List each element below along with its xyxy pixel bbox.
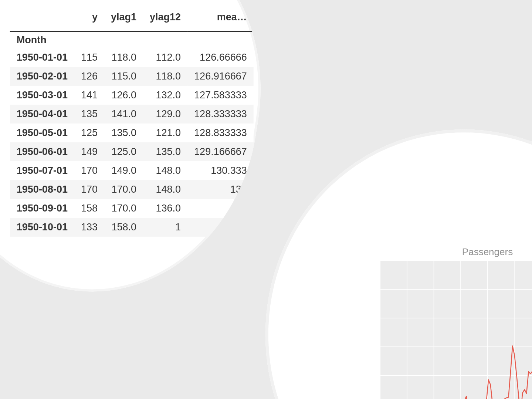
cell-y: 158 — [74, 199, 104, 218]
table-row: 1950-10-01133158.01 — [10, 218, 254, 237]
table-row: 1950-05-01125135.0121.0128.833333 — [10, 124, 254, 142]
table-row: 1950-09-01158170.0136.0 — [10, 199, 254, 218]
cell-mean — [187, 199, 254, 218]
table-row: 1950-07-01170149.0148.0130.333 — [10, 161, 254, 180]
cell-y: 149 — [74, 142, 104, 161]
row-index: 1950-09-01 — [10, 199, 74, 218]
row-index: 1950-10-01 — [10, 218, 74, 237]
table-row: 1950-01-01115118.0112.0126.66666 — [10, 48, 254, 67]
cell-ylag1: 135.0 — [104, 124, 143, 142]
row-index: 1950-04-01 — [10, 105, 74, 124]
chart-plot-area — [380, 261, 532, 399]
cell-ylag1: 125.0 — [104, 142, 143, 161]
cell-y: 135 — [74, 105, 104, 124]
cell-ylag12: 129.0 — [143, 105, 187, 124]
cell-ylag1: 170.0 — [104, 199, 143, 218]
cell-y: 126 — [74, 67, 104, 86]
cell-ylag12: 112.0 — [143, 48, 187, 67]
row-index: 1950-08-01 — [10, 180, 74, 199]
col-ylag12: ylag12 — [143, 9, 187, 32]
cell-y: 170 — [74, 161, 104, 180]
cell-y: 141 — [74, 86, 104, 105]
cell-mean: 129.166667 — [187, 142, 254, 161]
cell-y: 170 — [74, 180, 104, 199]
table-row: 1950-06-01149125.0135.0129.166667 — [10, 142, 254, 161]
table-row: 1950-04-01135141.0129.0128.333333 — [10, 105, 254, 124]
cell-ylag12: 136.0 — [143, 199, 187, 218]
cell-ylag1: 149.0 — [104, 161, 143, 180]
cell-ylag1: 141.0 — [104, 105, 143, 124]
table-row: 1950-03-01141126.0132.0127.583333 — [10, 86, 254, 105]
cell-mean: 128.833333 — [187, 124, 254, 142]
table-bubble: y ylag1 ylag12 mea… Month 1950-01-011151… — [0, 0, 286, 315]
cell-y: 125 — [74, 124, 104, 142]
data-table: y ylag1 ylag12 mea… Month 1950-01-011151… — [10, 9, 254, 237]
table-row: 1950-08-01170170.0148.0132 — [10, 180, 254, 199]
row-index: 1950-03-01 — [10, 86, 74, 105]
cell-ylag1: 170.0 — [104, 180, 143, 199]
cell-ylag12: 135.0 — [143, 142, 187, 161]
cell-mean: 126.66666 — [187, 48, 254, 67]
row-index: 1950-05-01 — [10, 124, 74, 142]
row-index: 1950-06-01 — [10, 142, 74, 161]
cell-ylag12: 121.0 — [143, 124, 187, 142]
cell-ylag1: 126.0 — [104, 86, 143, 105]
row-index: 1950-07-01 — [10, 161, 74, 180]
chart-series-line — [380, 269, 532, 399]
cell-ylag1: 118.0 — [104, 48, 143, 67]
cell-y: 133 — [74, 218, 104, 237]
chart-bubble: Passengers 1952-05-011954-01-011955-09-0… — [221, 87, 532, 399]
index-header: Month — [10, 31, 74, 48]
cell-mean: 128.333333 — [187, 105, 254, 124]
row-index: 1950-01-01 — [10, 48, 74, 67]
cell-y: 115 — [74, 48, 104, 67]
cell-ylag1: 115.0 — [104, 67, 143, 86]
col-y: y — [74, 9, 104, 31]
cell-ylag12: 1 — [143, 218, 187, 237]
cell-mean: 130.333 — [187, 161, 254, 180]
cell-ylag12: 148.0 — [143, 180, 187, 199]
cell-mean: 126.916667 — [187, 67, 254, 86]
cell-ylag12: 148.0 — [143, 161, 187, 180]
table-row: 1950-02-01126115.0118.0126.916667 — [10, 67, 254, 86]
cell-ylag1: 158.0 — [104, 218, 143, 237]
cell-ylag12: 118.0 — [143, 67, 187, 86]
cell-mean — [187, 218, 254, 237]
col-mean: mea… — [187, 9, 254, 32]
cell-mean: 132 — [187, 180, 254, 199]
chart-title: Passengers — [321, 246, 532, 258]
cell-mean: 127.583333 — [187, 86, 254, 105]
cell-ylag12: 132.0 — [143, 86, 187, 105]
row-index: 1950-02-01 — [10, 67, 74, 86]
col-ylag1: ylag1 — [104, 9, 143, 31]
